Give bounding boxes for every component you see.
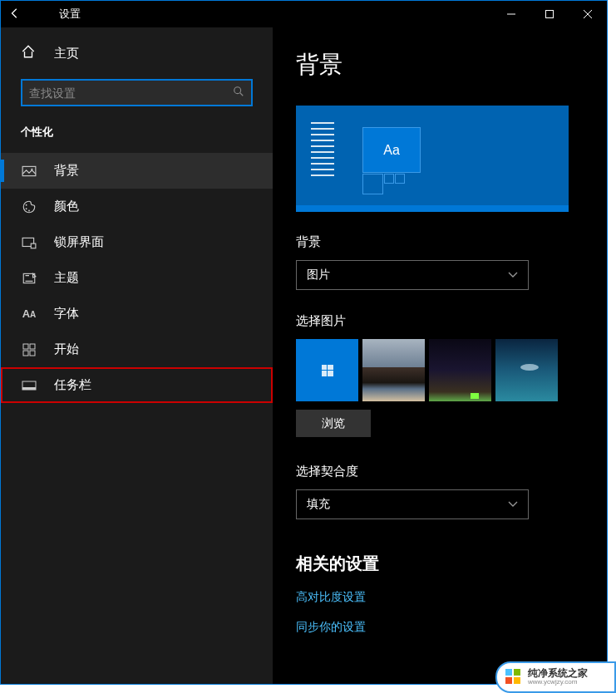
svg-rect-18 xyxy=(505,669,512,676)
picture-thumbnails xyxy=(296,339,584,401)
themes-icon xyxy=(21,271,37,286)
svg-point-8 xyxy=(28,209,30,211)
thumb-2[interactable] xyxy=(362,339,425,401)
chevron-down-icon xyxy=(508,499,518,510)
watermark-logo-icon xyxy=(504,667,524,687)
search-input[interactable] xyxy=(29,86,233,100)
home-label: 主页 xyxy=(54,46,79,61)
high-contrast-link[interactable]: 高对比度设置 xyxy=(296,590,584,605)
content-area: 背景 Aa 背景 图片 选择图片 浏览 xyxy=(273,27,607,684)
back-button[interactable] xyxy=(9,7,42,22)
svg-point-5 xyxy=(31,168,32,170)
background-select[interactable]: 图片 xyxy=(296,260,529,290)
choose-picture-label: 选择图片 xyxy=(296,313,584,329)
titlebar: 设置 xyxy=(1,1,607,27)
sync-settings-link[interactable]: 同步你的设置 xyxy=(296,620,584,635)
palette-icon xyxy=(21,199,37,214)
related-settings-title: 相关的设置 xyxy=(296,553,584,575)
svg-rect-14 xyxy=(23,351,28,356)
sidebar-item-taskbar[interactable]: 任务栏 xyxy=(1,367,273,403)
svg-rect-15 xyxy=(30,351,35,356)
svg-point-7 xyxy=(26,208,27,209)
select-value: 图片 xyxy=(307,268,508,283)
nav-label: 颜色 xyxy=(54,199,79,214)
preview-tile: Aa xyxy=(362,127,421,173)
window-controls xyxy=(492,1,607,27)
sidebar-item-start[interactable]: 开始 xyxy=(1,332,273,367)
picture-icon xyxy=(21,164,37,179)
maximize-button[interactable] xyxy=(530,1,569,27)
window-title: 设置 xyxy=(59,7,81,22)
svg-rect-19 xyxy=(514,669,520,676)
svg-rect-4 xyxy=(22,166,36,175)
section-label: 个性化 xyxy=(1,115,273,146)
watermark-url: www.ycwjzy.com xyxy=(528,679,588,686)
svg-line-3 xyxy=(240,93,244,96)
thumb-3[interactable] xyxy=(429,339,491,401)
fonts-icon: AA xyxy=(21,307,37,320)
background-label: 背景 xyxy=(296,234,584,250)
watermark: 纯净系统之家 www.ycwjzy.com xyxy=(495,661,616,693)
search-box[interactable] xyxy=(21,79,253,106)
settings-window: 设置 主页 个性化 xyxy=(0,0,608,685)
nav-label: 背景 xyxy=(54,163,79,179)
search-icon xyxy=(233,86,244,100)
fit-select[interactable]: 填充 xyxy=(296,489,529,519)
sidebar-item-lockscreen[interactable]: 锁屏界面 xyxy=(1,224,273,260)
svg-rect-1 xyxy=(546,11,554,18)
sidebar-item-background[interactable]: 背景 xyxy=(1,153,273,189)
select-value: 填充 xyxy=(307,497,508,512)
nav-label: 任务栏 xyxy=(54,377,91,393)
svg-point-6 xyxy=(26,204,27,205)
sidebar-item-colors[interactable]: 颜色 xyxy=(1,189,273,224)
home-icon xyxy=(21,44,37,62)
desktop-preview: Aa xyxy=(296,106,569,209)
thumb-1[interactable] xyxy=(296,339,358,401)
nav-label: 开始 xyxy=(54,342,79,357)
taskbar-icon xyxy=(21,380,37,391)
thumb-4[interactable] xyxy=(495,339,558,401)
sidebar-item-themes[interactable]: 主题 xyxy=(1,260,273,296)
browse-button[interactable]: 浏览 xyxy=(296,410,371,437)
lockscreen-icon xyxy=(21,235,37,250)
page-title: 背景 xyxy=(296,49,584,81)
nav-label: 字体 xyxy=(54,306,79,322)
fit-label: 选择契合度 xyxy=(296,464,584,479)
home-nav[interactable]: 主页 xyxy=(1,36,273,71)
nav-label: 锁屏界面 xyxy=(54,234,104,250)
minimize-button[interactable] xyxy=(492,1,530,27)
svg-rect-13 xyxy=(30,344,35,349)
chevron-down-icon xyxy=(508,269,518,281)
svg-rect-17 xyxy=(22,387,36,390)
nav-label: 主题 xyxy=(54,270,79,286)
svg-point-2 xyxy=(234,87,241,94)
svg-rect-10 xyxy=(31,243,36,248)
close-button[interactable] xyxy=(569,1,607,27)
start-icon xyxy=(21,343,37,356)
svg-rect-12 xyxy=(23,344,28,349)
sidebar-item-fonts[interactable]: AA 字体 xyxy=(1,296,273,332)
svg-rect-20 xyxy=(505,677,512,684)
svg-rect-21 xyxy=(514,677,520,684)
sidebar: 主页 个性化 背景 颜色 xyxy=(1,27,273,684)
